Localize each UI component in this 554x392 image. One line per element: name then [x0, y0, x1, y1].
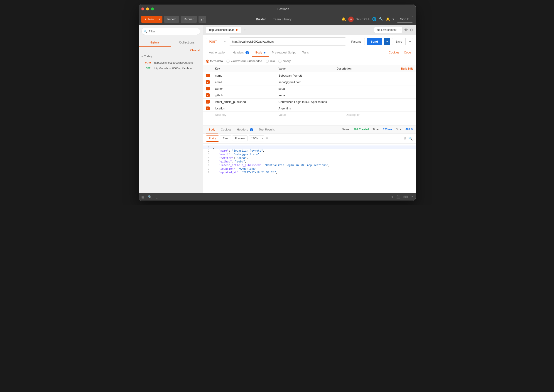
clear-all-button[interactable]: Clear all: [190, 49, 200, 52]
active-request-tab[interactable]: http://localhost:8000/: [206, 27, 241, 33]
import-button[interactable]: Import: [164, 16, 179, 23]
globe-icon[interactable]: 🌐: [372, 17, 377, 21]
tab-pre-request[interactable]: Pre-request Script: [269, 48, 299, 57]
form-table-header: Key Value Description Bulk Edit: [203, 65, 416, 72]
send-button[interactable]: Send: [367, 38, 382, 45]
env-select-wrap: No Environment ▾: [374, 27, 403, 33]
toolbar-right: 🔔 ⊙ SYNC OFF 🌐 🔧 🔔 ♥ Sign In: [341, 16, 413, 23]
response-cookies-tab[interactable]: Cookies: [218, 126, 234, 133]
save-arrow-button[interactable]: ▾: [407, 38, 413, 45]
checkbox-location[interactable]: ✓: [206, 106, 210, 110]
cookies-link[interactable]: Cookies: [387, 48, 401, 57]
value-header: Value: [279, 67, 337, 70]
checkbox-email[interactable]: ✓: [206, 80, 210, 84]
bulk-edit-button[interactable]: Bulk Edit: [395, 67, 413, 70]
wrench-icon[interactable]: 🔧: [379, 17, 383, 21]
tab-tests[interactable]: Tests: [299, 48, 312, 57]
response-tabs-bar: Body Cookies Headers 7 Test Results Stat…: [203, 125, 416, 134]
format-type-select[interactable]: JSON XML HTML Text: [249, 135, 264, 141]
checkbox-github[interactable]: ✓: [206, 93, 210, 97]
checkbox-latest[interactable]: ✓: [206, 100, 210, 104]
search-icon: 🔍: [144, 30, 147, 33]
history-item-get[interactable]: GET http://localhost:8000/api/authors: [141, 65, 200, 71]
save-button[interactable]: Save: [392, 38, 406, 45]
new-label: New: [148, 17, 154, 21]
settings-icon[interactable]: ⚙: [410, 28, 413, 32]
traffic-lights: [141, 7, 154, 10]
shortcuts-icon[interactable]: ⬚: [155, 195, 158, 199]
search-response-icon[interactable]: 🔍: [408, 136, 413, 141]
code-line-4: 4 "twitter": "seba",: [203, 156, 416, 160]
tab-headers[interactable]: Headers 1: [229, 48, 252, 57]
filter-icon[interactable]: ≡: [266, 136, 268, 140]
tab-dirty-dot: [236, 29, 237, 31]
response-test-results-tab[interactable]: Test Results: [256, 126, 277, 133]
code-link[interactable]: Code: [402, 48, 413, 57]
new-button[interactable]: ＋ New ▾: [141, 16, 162, 23]
app-window: Postman ＋ New ▾ Import Runner ⇄ Builder …: [139, 5, 416, 201]
radio-dot-binary: [278, 60, 281, 63]
tab-authorization[interactable]: Authorization: [206, 48, 230, 57]
intercept-button[interactable]: ⇄: [199, 16, 206, 23]
layout-icon[interactable]: ⬛: [396, 195, 400, 199]
response-body-tab[interactable]: Body: [206, 126, 218, 133]
help-icon[interactable]: ?: [411, 195, 413, 199]
radio-form-data[interactable]: form-data: [206, 59, 223, 63]
eye-icon[interactable]: 👁: [404, 28, 408, 32]
tab-body[interactable]: Body: [252, 48, 269, 57]
preview-button[interactable]: Preview: [232, 135, 248, 141]
filter-input[interactable]: [141, 28, 200, 35]
history-tab[interactable]: History: [139, 38, 171, 47]
code-line-6: 6 "latest_article_published": "Centraliz…: [203, 164, 416, 167]
today-header[interactable]: ▾ Today: [141, 55, 200, 58]
send-arrow-button[interactable]: ▾: [384, 38, 390, 45]
radio-raw[interactable]: raw: [266, 59, 275, 63]
radio-dot-form-data: [206, 60, 209, 63]
collections-tab[interactable]: Collections: [171, 38, 203, 47]
bell-icon[interactable]: 🔔: [386, 17, 390, 21]
interceptor-icon[interactable]: 🔔: [341, 17, 346, 21]
pretty-button[interactable]: Pretty: [206, 135, 219, 142]
keyboard-icon[interactable]: ⌨: [403, 195, 408, 199]
runner-button[interactable]: Runner: [180, 16, 197, 23]
today-label: Today: [144, 55, 152, 58]
maximize-button[interactable]: [151, 7, 154, 10]
sign-in-button[interactable]: Sign In: [397, 16, 413, 23]
radio-binary[interactable]: binary: [278, 59, 291, 63]
params-button[interactable]: Params: [348, 38, 365, 45]
copy-icon[interactable]: ⎘: [404, 136, 406, 141]
plus-icon: ＋: [144, 17, 147, 21]
add-tab-button[interactable]: +: [242, 28, 248, 32]
url-bar: POST GET PUT DELETE PATCH ▾ Params Send …: [203, 35, 416, 48]
checkbox-name[interactable]: ✓: [206, 74, 210, 77]
table-row: ✓ name Sebastian Peyrott: [203, 72, 416, 79]
heart-icon[interactable]: ♥: [392, 17, 395, 21]
history-item-post[interactable]: POST http://localhost:8000/api/authors: [141, 60, 200, 65]
close-button[interactable]: [141, 7, 144, 10]
code-area: 1 { 2 "name": "Sebastian Peyrott", 3 "em…: [203, 144, 416, 194]
time-label: Time:: [373, 128, 380, 131]
code-line-5: 5 "github": "seba",: [203, 160, 416, 164]
minimize-button[interactable]: [146, 7, 149, 10]
sidebar-tabs: History Collections: [139, 38, 203, 47]
env-select[interactable]: No Environment: [374, 27, 403, 33]
response-status: Status: 201 Created Time: 123 ms Size: 4…: [341, 128, 413, 131]
sidebar-toggle-icon[interactable]: ▤: [141, 195, 144, 199]
checkbox-twitter[interactable]: ✓: [206, 87, 210, 91]
right-panel: http://localhost:8000/ + ··· No Environm…: [203, 25, 416, 193]
method-select[interactable]: POST GET PUT DELETE PATCH: [206, 38, 227, 45]
raw-button[interactable]: Raw: [220, 135, 231, 141]
new-button-arrow[interactable]: ▾: [157, 16, 162, 23]
search-bottom-icon[interactable]: 🔍: [148, 195, 152, 199]
more-tabs-button[interactable]: ···: [249, 28, 252, 32]
table-row: ✓ github seba: [203, 92, 416, 98]
url-input[interactable]: [229, 37, 346, 46]
team-library-tab[interactable]: Team Library: [270, 13, 295, 25]
radio-urlencoded[interactable]: x-www-form-urlencoded: [226, 59, 262, 63]
sync-icon: ⊙: [348, 17, 354, 22]
code-line-8: 8 "updated_at": "2017-12-18 21:58:24",: [203, 171, 416, 175]
location-icon[interactable]: ⊙: [390, 195, 393, 199]
new-button-main[interactable]: ＋ New: [141, 17, 157, 21]
builder-tab[interactable]: Builder: [252, 13, 270, 25]
response-headers-tab[interactable]: Headers 7: [234, 126, 256, 133]
